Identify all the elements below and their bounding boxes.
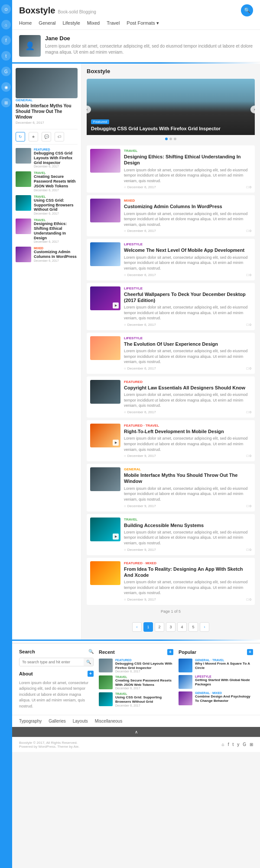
article-0-content: Travel Designing Ethics: Shifting Ethica… — [124, 149, 251, 189]
nav-item-home[interactable]: Home — [19, 20, 32, 26]
article-item-5: Featured Copyright Law Essentials All De… — [87, 376, 255, 418]
nav-item-travel[interactable]: Travel — [107, 20, 120, 26]
page-btn-4[interactable]: 4 — [177, 622, 187, 632]
page-btn-5[interactable]: 5 — [188, 622, 198, 632]
article-4-comments: □ 0 — [247, 366, 251, 370]
slider-image: Featured Debugging CSS Grid Layouts With… — [87, 79, 255, 135]
action-star-btn[interactable]: ★ — [29, 132, 38, 141]
author-section: 👤 Jane Doe Lorem ipsum dolor sit amet, c… — [12, 30, 260, 62]
article-6-excerpt: Lorem ipsum dolor sit amet, consectetur … — [124, 436, 251, 452]
article-2-comments: □ 0 — [247, 273, 251, 277]
page-btn-1[interactable]: 1 — [143, 622, 153, 632]
page-next-btn[interactable]: › — [200, 622, 209, 632]
sidebar-icon-twitter[interactable]: t — [1, 51, 11, 61]
footer-social-rss-icon[interactable]: ⊞ — [250, 742, 253, 747]
nav-item-lifestyle[interactable]: Lifestyle — [62, 20, 80, 26]
about-text: Lorem ipsum dolor sit amet, consectetur … — [19, 680, 94, 710]
article-9-title[interactable]: From Idea To Reality: Designing An App W… — [124, 566, 251, 579]
popular-post-0-title[interactable]: Why I Moved From A Square To A Circle — [195, 662, 253, 670]
sidebar-icon-facebook[interactable]: f — [1, 35, 11, 45]
article-8-excerpt: Lorem ipsum dolor sit amet, consectetur … — [124, 530, 251, 546]
footer-nav-miscellaneous[interactable]: Miscellaneous — [95, 719, 122, 723]
small-post-2-title[interactable]: Creating Secure Password Resets With JSO… — [34, 174, 78, 188]
article-7-title[interactable]: Mobile Interface Myths You Should Throw … — [124, 472, 251, 485]
small-post-3-title[interactable]: Using CSS Grid: Supporting Browsers With… — [34, 198, 78, 212]
header-search-button[interactable]: 🔍 — [241, 4, 253, 16]
article-9-image — [90, 561, 120, 585]
featured-card: General Mobile Interface Myths You Shoul… — [16, 68, 78, 125]
slider-dot-1[interactable] — [165, 138, 168, 140]
article-3-video-icon: ▶ — [113, 302, 119, 309]
about-plus-btn[interactable]: + — [88, 671, 94, 677]
slider-title[interactable]: Debugging CSS Grid Layouts With Firefox … — [91, 125, 250, 132]
footer-nav-layouts[interactable]: Layouts — [73, 719, 88, 723]
article-2-title[interactable]: Welcome The Next Level Of Mobile App Dev… — [124, 247, 251, 253]
article-item-0: Travel Designing Ethics: Shifting Ethica… — [87, 145, 255, 193]
article-8-title[interactable]: Building Accessible Menu Systems — [124, 522, 251, 528]
article-1-title[interactable]: Customizing Admin Columns In WordPress — [124, 203, 251, 209]
footer-social-home-icon[interactable]: ⌂ — [222, 742, 224, 747]
slider-dot-3[interactable] — [174, 138, 176, 140]
sidebar-icon-logo[interactable]: ⊙ — [1, 4, 11, 14]
popular-post-2-image — [179, 691, 192, 705]
slider-dot-2[interactable] — [169, 138, 172, 140]
recent-plus-btn[interactable]: + — [167, 649, 173, 655]
article-4-title[interactable]: The Evolution Of User Experience Design — [124, 341, 251, 347]
footer-social-google-icon[interactable]: G — [243, 742, 246, 747]
recent-post-0-title[interactable]: Debugging CSS Grid Layouts With Firefox … — [115, 662, 173, 670]
page-btn-3[interactable]: 3 — [166, 622, 176, 632]
search-input[interactable] — [20, 658, 84, 666]
action-tag-btn[interactable]: 🏷 — [55, 132, 64, 141]
recent-post-2-title[interactable]: Using CSS Grid: Supporting Browsers With… — [115, 695, 173, 704]
footer-social-facebook-icon[interactable]: f — [228, 742, 229, 747]
footer-social-twitter-icon[interactable]: t — [232, 742, 234, 747]
about-widget-title: About + — [19, 671, 94, 677]
page-btn-2[interactable]: 2 — [155, 622, 164, 632]
nav-item-general[interactable]: General — [39, 20, 55, 26]
small-post-4-title[interactable]: Designing Ethics: Shifting Ethical Under… — [34, 222, 78, 240]
small-post-5-title[interactable]: Customizing Admin Columns In WordPress — [34, 250, 78, 259]
search-submit-btn[interactable]: 🔍 — [84, 658, 93, 666]
article-5-title[interactable]: Copyright Law Essentials All Designers S… — [124, 385, 251, 391]
nav-item-mixed[interactable]: Mixed — [87, 20, 100, 26]
scroll-top-bar[interactable]: ∧ — [12, 727, 260, 737]
sidebar-icon-home[interactable]: ⌂ — [1, 20, 11, 29]
page-prev-btn[interactable]: ‹ — [132, 622, 142, 632]
small-post-2-info: Travel Creating Secure Password Resets W… — [34, 171, 78, 191]
article-3-title[interactable]: Cheerful Wallpapers To Deck Your Decembe… — [124, 291, 251, 304]
small-post-1-title[interactable]: Debugging CSS Grid Layouts With Firefox … — [34, 151, 78, 165]
action-comment-btn[interactable]: 💬 — [42, 132, 51, 141]
footer-nav-galleries[interactable]: Galleries — [49, 719, 65, 723]
sidebar-icon-circle[interactable]: ◉ — [1, 82, 11, 92]
article-3-content: Lifestyle Cheerful Wallpapers To Deck Yo… — [124, 286, 251, 327]
recent-post-0-date: December 6, 2017 — [115, 670, 173, 673]
recent-post-1-title[interactable]: Creating Secure Password Resets With JSO… — [115, 678, 173, 687]
article-0-excerpt: Lorem ipsum dolor sit amet, consectetur … — [124, 167, 251, 184]
article-6-title[interactable]: Right-To-Left Development In Mobile Desi… — [124, 428, 251, 434]
small-post-2: Travel Creating Secure Password Resets W… — [16, 171, 78, 191]
sidebar-icon-google[interactable]: G — [1, 67, 11, 76]
nav-item-postformats[interactable]: Post Formats ▾ — [127, 20, 159, 26]
article-4-image — [90, 336, 120, 360]
featured-card-image — [16, 68, 78, 98]
footer-nav-typography[interactable]: Typography — [19, 719, 42, 723]
popular-post-1-image — [179, 675, 192, 689]
article-6-image: ▶ — [90, 424, 120, 447]
featured-card-title[interactable]: Mobile Interface Myths You Should Throw … — [16, 103, 78, 120]
slider-cat: Featured — [91, 119, 109, 124]
popular-post-1-cat: Lifestyle — [195, 675, 253, 678]
footer-social-youtube-icon[interactable]: y — [237, 742, 239, 747]
article-5-comments: □ 0 — [247, 410, 251, 414]
action-refresh-btn[interactable]: ↻ — [16, 132, 25, 141]
sidebar-icon-rss[interactable]: ⊞ — [1, 98, 11, 107]
article-item-8: ▶ Travel Building Accessible Menu System… — [87, 514, 255, 555]
popular-post-2-title[interactable]: Combine Design And Psychology To Change … — [195, 694, 253, 703]
article-3-date: ○ December 6, 2017 — [124, 323, 156, 327]
section-title: Boxstyle — [87, 68, 255, 74]
popular-post-1-title[interactable]: Getting Started With Global Node Package… — [195, 678, 253, 686]
article-4-cat: Lifestyle — [124, 336, 251, 340]
recent-post-2-date: December 6, 2017 — [115, 704, 173, 707]
popular-plus-btn[interactable]: + — [247, 649, 253, 655]
small-post-2-cat: Travel — [34, 171, 78, 174]
article-0-title[interactable]: Designing Ethics: Shifting Ethical Under… — [124, 154, 251, 166]
